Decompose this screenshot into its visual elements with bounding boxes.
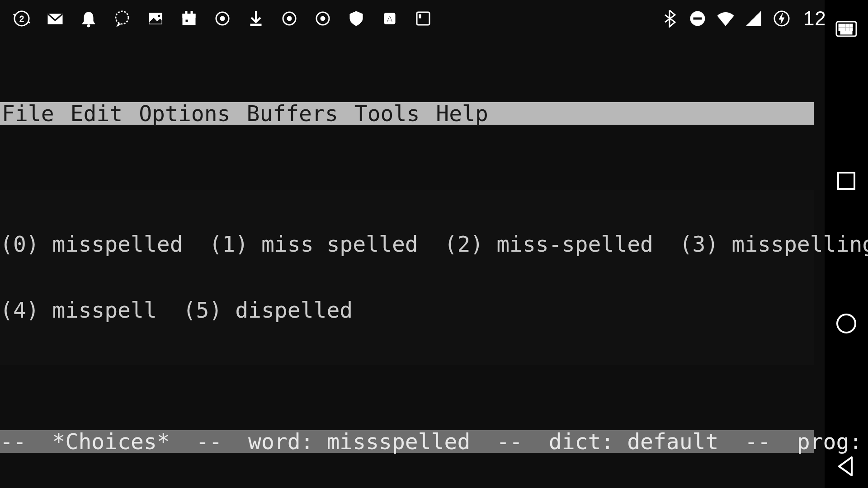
svg-rect-9 xyxy=(185,11,187,16)
svg-rect-28 xyxy=(843,24,845,27)
screen: 2 xyxy=(0,0,868,488)
language-icon: A xyxy=(381,9,399,28)
svg-text:A: A xyxy=(387,14,393,24)
target-icon xyxy=(280,9,298,28)
mail-icon xyxy=(46,9,64,28)
battery-charging-icon xyxy=(773,9,791,28)
svg-rect-34 xyxy=(850,28,852,30)
cell-signal-icon xyxy=(745,9,763,28)
svg-text:2: 2 xyxy=(19,14,24,23)
svg-point-18 xyxy=(321,16,325,21)
spell-choices-buffer: (0) misspelled (1) miss spelled (2) miss… xyxy=(0,190,814,365)
svg-rect-24 xyxy=(693,17,702,20)
svg-rect-22 xyxy=(419,14,421,18)
svg-rect-32 xyxy=(843,28,845,30)
svg-rect-27 xyxy=(839,24,841,27)
svg-rect-29 xyxy=(846,24,849,27)
menu-help[interactable]: Help xyxy=(436,103,488,124)
record-icon xyxy=(213,9,231,28)
menu-options[interactable]: Options xyxy=(139,103,230,124)
terminal-icon xyxy=(414,9,432,28)
emacs-menubar: File Edit Options Buffers Tools Help xyxy=(0,102,814,125)
svg-point-37 xyxy=(837,314,855,333)
svg-rect-21 xyxy=(417,12,429,25)
svg-point-4 xyxy=(116,11,128,24)
dnd-icon xyxy=(689,9,707,28)
svg-rect-11 xyxy=(185,19,188,22)
shield-icon xyxy=(347,9,365,28)
svg-rect-31 xyxy=(839,28,841,30)
emacs-window: File Edit Options Buffers Tools Help (0)… xyxy=(0,37,814,488)
nav-home-button[interactable] xyxy=(834,311,859,336)
svg-rect-14 xyxy=(250,24,261,26)
svg-point-16 xyxy=(287,16,292,21)
svg-point-3 xyxy=(87,24,90,27)
menu-file[interactable]: File xyxy=(2,103,54,124)
wifi-icon xyxy=(717,9,735,28)
menu-buffers[interactable]: Buffers xyxy=(246,103,338,124)
svg-point-6 xyxy=(158,14,160,17)
target2-icon xyxy=(314,9,332,28)
svg-rect-33 xyxy=(846,28,849,30)
sync-notification-icon: 2 xyxy=(13,9,31,28)
svg-rect-8 xyxy=(183,14,195,18)
keyboard-toggle-icon[interactable] xyxy=(834,16,859,42)
bluetooth-icon xyxy=(660,9,679,28)
menu-edit[interactable]: Edit xyxy=(71,103,123,124)
spell-choice-row-1[interactable]: (0) misspelled (1) miss spelled (2) miss… xyxy=(0,233,814,256)
svg-rect-36 xyxy=(838,173,854,189)
photo-icon xyxy=(146,9,165,28)
nav-recents-button[interactable] xyxy=(834,168,859,193)
nav-back-button[interactable] xyxy=(834,454,859,479)
spell-choice-row-2[interactable]: (4) misspell (5) dispelled xyxy=(0,299,814,322)
android-status-bar: 2 xyxy=(0,0,868,37)
svg-rect-35 xyxy=(841,32,852,34)
choices-modeline: -- *Choices* -- word: missspelled -- dic… xyxy=(0,430,814,453)
svg-rect-30 xyxy=(850,24,852,27)
download-icon xyxy=(247,9,265,28)
menu-tools[interactable]: Tools xyxy=(354,103,420,124)
calendar-icon xyxy=(180,9,198,28)
chat-icon xyxy=(113,9,131,28)
choices-modeline-text: -- *Choices* -- word: missspelled -- dic… xyxy=(0,431,868,452)
bell-icon xyxy=(80,9,98,28)
svg-rect-10 xyxy=(191,11,193,16)
svg-point-13 xyxy=(220,16,225,21)
status-left: 2 xyxy=(13,9,432,28)
